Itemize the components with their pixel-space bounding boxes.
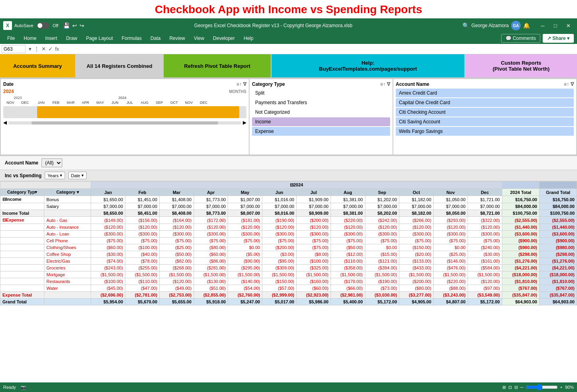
comments-button[interactable]: 💬 Comments	[501, 34, 540, 43]
category-item-payments[interactable]: Payments and Transfers	[252, 98, 390, 107]
value-cell: ($110.00)	[331, 258, 365, 265]
value-cell: $8,451.00	[125, 210, 160, 217]
menu-home[interactable]: Home	[20, 34, 40, 43]
pivot-table-container[interactable]: ⊟2024 Category Typ▾ Category ▾ Jan Feb M…	[0, 181, 577, 305]
search-icon[interactable]: 🔍	[462, 22, 469, 29]
menu-page-layout[interactable]: Page Layout	[82, 34, 117, 43]
formula-input[interactable]	[62, 46, 575, 53]
autosave-toggle[interactable]	[37, 22, 50, 29]
account-selector-dropdown[interactable]: (All)	[42, 158, 62, 167]
category-filter-icon[interactable]: ∇	[387, 81, 390, 87]
date-sort-icon[interactable]: ≡↑	[236, 81, 242, 87]
confirm-formula-icon[interactable]: ✓	[48, 46, 53, 52]
date-filter-icon[interactable]: ∇	[243, 81, 246, 87]
account-filter-icon[interactable]: ∇	[571, 81, 574, 87]
minimize-button[interactable]: ─	[537, 20, 548, 31]
account-filter-icons: ≡↑ ∇	[564, 81, 574, 87]
value-cell: $1,016.00	[262, 196, 297, 203]
expand-icon[interactable]: ▾	[29, 46, 32, 52]
custom-reports-button[interactable]: Custom Reports (Pivot Table Net Worth)	[465, 54, 577, 77]
value-cell: ($476.00)	[434, 265, 468, 271]
redo-icon[interactable]: ↪	[79, 22, 84, 29]
category-item-expense[interactable]: Expense	[252, 127, 390, 136]
value-cell: ($25.00)	[159, 244, 194, 251]
value-cell: ($120.00)	[434, 224, 468, 231]
value-cell: $5,670.00	[125, 299, 160, 305]
table-row: Auto - Loan($300.00)($300.00)($300.00)($…	[0, 231, 577, 238]
value-cell: $1,773.00	[194, 196, 228, 203]
menu-developer[interactable]: Developer	[209, 34, 239, 43]
category-item-split[interactable]: Split	[252, 89, 390, 97]
timeline-next-icon[interactable]: ▶	[243, 120, 246, 125]
category-type-cell	[0, 278, 44, 285]
app-title: Checkbook App with Income vs Spending Re…	[0, 0, 577, 18]
category-item-not-categorized[interactable]: Not Categorized	[252, 108, 390, 117]
category-cell: Mortgage	[44, 271, 91, 278]
timeline-prev-icon[interactable]: ◀	[3, 120, 7, 125]
value-cell: ($2,999.00)	[262, 292, 297, 299]
undo-icon[interactable]: ↩	[72, 22, 77, 29]
date-pivot-filter-button[interactable]: Date ▾	[68, 172, 87, 179]
menu-view[interactable]: View	[190, 34, 208, 43]
category-item-income[interactable]: Income	[252, 117, 390, 126]
value-cell: $1,050.00	[434, 196, 468, 203]
value-cell: $8,016.00	[262, 210, 297, 217]
cancel-formula-icon[interactable]: ✕	[42, 46, 46, 52]
cell-reference[interactable]	[2, 45, 26, 53]
refresh-pivot-button[interactable]: Refresh Pivot Table Report	[164, 54, 272, 77]
function-icon[interactable]: ⋮	[34, 46, 39, 52]
years-label: Years	[48, 173, 59, 178]
value-cell: $8,182.00	[399, 210, 434, 217]
account-item-wells[interactable]: Wells Fargo Savings	[396, 127, 574, 136]
month-oct: OCT	[167, 101, 181, 105]
value-cell: ($300.00)	[228, 231, 262, 238]
save-icon[interactable]: 💾	[63, 22, 70, 29]
menu-draw[interactable]: Draw	[62, 34, 81, 43]
close-button[interactable]: ✕	[563, 20, 574, 31]
value-cell: $64,903.00	[502, 299, 539, 305]
date-pivot-label: Date	[71, 173, 80, 178]
value-cell: ($309.00)	[262, 265, 297, 271]
pivot-header: Inc vs Spending Years ▾ Date ▾	[0, 170, 577, 181]
value-cell: ($300.00)	[296, 231, 331, 238]
account-sort-icon[interactable]: ≡↑	[564, 81, 569, 87]
all-registers-button[interactable]: All 14 Registers Combined	[76, 54, 164, 77]
menu-file[interactable]: File	[3, 34, 19, 43]
value-cell: ($980.00)	[539, 244, 577, 251]
month-mar: MAR	[63, 101, 78, 105]
maximize-button[interactable]: □	[550, 20, 561, 31]
value-cell: $8,050.00	[434, 210, 468, 217]
account-item-citi-saving[interactable]: Citi Saving Account	[396, 117, 574, 126]
menu-help[interactable]: Help	[240, 34, 258, 43]
menu-review[interactable]: Review	[165, 34, 189, 43]
menu-bar: File Home Insert Draw Page Layout Formul…	[0, 33, 577, 44]
value-cell: ($220.00)	[434, 278, 468, 285]
menu-insert[interactable]: Insert	[41, 34, 61, 43]
value-cell: $8,408.00	[159, 210, 194, 217]
value-cell: ($35,847.00)	[539, 292, 577, 299]
share-button[interactable]: ↗ Share ▾	[543, 34, 574, 43]
date-filter-icons: ≡↑ ∇	[236, 81, 246, 87]
bell-icon[interactable]: 🔔	[523, 22, 530, 29]
month-apr: APR	[78, 101, 93, 105]
timeline-bar-container[interactable]	[3, 106, 246, 118]
insert-function-icon[interactable]: fx	[55, 46, 59, 52]
category-sort-icon[interactable]: ≡↑	[380, 81, 385, 87]
help-button[interactable]: Help: BuyExcelTemplates.com/pages/suppor…	[272, 54, 465, 77]
menu-formulas[interactable]: Formulas	[118, 34, 146, 43]
account-item-citi-checking[interactable]: Citi Checking Account	[396, 108, 574, 117]
value-cell: $8,650.00	[91, 210, 125, 217]
month-jul: JUL	[123, 101, 137, 105]
account-item-capital[interactable]: Capital One Credit Card	[396, 98, 574, 107]
category-cell	[44, 299, 91, 305]
menu-data[interactable]: Data	[147, 34, 165, 43]
value-cell: $100,750.00	[502, 210, 539, 217]
years-filter-button[interactable]: Years ▾	[45, 172, 65, 179]
pivot-2024-header: ⊟2024	[91, 182, 502, 189]
value-cell: ($120.00)	[331, 224, 365, 231]
month-dec: DEC	[196, 101, 211, 105]
account-item-amex[interactable]: Amex Credit Card	[396, 89, 574, 97]
cat-type-header: Category Typ▾	[0, 189, 44, 196]
value-cell: ($980.00)	[502, 244, 539, 251]
accounts-summary-button[interactable]: Accounts Summary	[0, 54, 76, 77]
